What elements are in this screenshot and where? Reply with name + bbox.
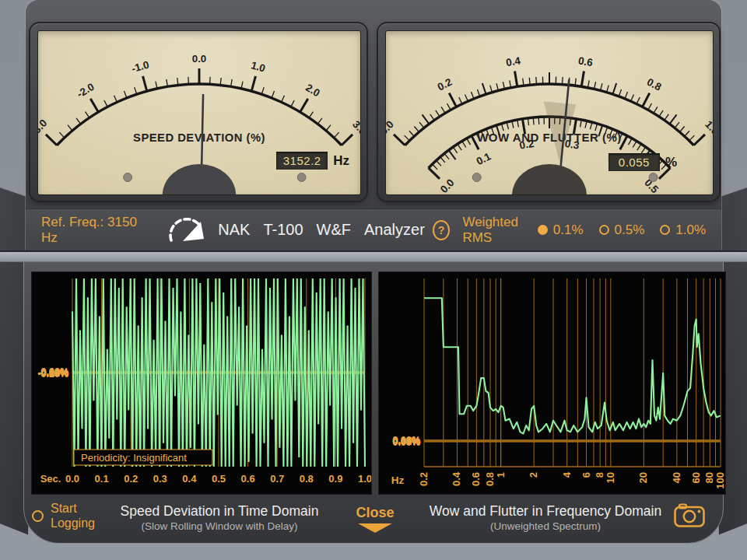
svg-text:0.6: 0.6 xyxy=(241,473,255,485)
freq-chart-caption: Wow and Flutter in Frequency Domain (Unw… xyxy=(421,503,670,532)
range-option-label: 1.0% xyxy=(675,222,706,238)
range-option-1.0[interactable]: 1.0% xyxy=(660,222,706,238)
svg-text:0.1: 0.1 xyxy=(475,150,493,167)
meter-logo-icon xyxy=(167,215,209,246)
freq-chart-subtitle: (Unweighted Spectrum) xyxy=(421,520,670,532)
svg-text:6: 6 xyxy=(580,472,592,478)
brand-token: Analyzer xyxy=(364,221,425,239)
frequency-readout-unit: Hz xyxy=(333,153,349,169)
meter-needle xyxy=(538,77,579,169)
radio-icon[interactable] xyxy=(32,510,44,522)
camera-icon xyxy=(673,502,706,528)
svg-text:SPEED DEVIATION (%): SPEED DEVIATION (%) xyxy=(133,131,265,144)
svg-text:40: 40 xyxy=(671,472,682,483)
range-option-0.5[interactable]: 0.5% xyxy=(599,222,645,238)
svg-text:2.0: 2.0 xyxy=(303,82,322,100)
svg-text:Sec.: Sec. xyxy=(40,473,61,485)
svg-text:Hz: Hz xyxy=(391,474,405,486)
wow-flutter-readout: 0.055 % xyxy=(608,153,677,171)
control-bar: Ref. Freq.: 3150 Hz NAK T-100 W&F Analyz… xyxy=(26,208,721,250)
svg-text:WOW AND FLUTTER (%): WOW AND FLUTTER (%) xyxy=(477,131,622,144)
wow-flutter-meter-face: 0.00.20.40.60.81.00.00.10.20.30.40.5WOW … xyxy=(385,30,714,195)
wow-flutter-meter: 0.00.20.40.60.81.00.00.10.20.30.40.5WOW … xyxy=(378,23,719,201)
frequency-domain-chart: 0.10%0.09%0.08%0.07%0.06%0.05%0.04%0.03%… xyxy=(378,271,726,495)
svg-text:0.0: 0.0 xyxy=(192,53,206,65)
time-chart-subtitle: (Slow Rolling Window with Delay) xyxy=(95,520,344,532)
svg-text:0.8: 0.8 xyxy=(645,76,664,93)
weighting-label: Weighted RMS xyxy=(462,215,537,246)
svg-text:0.0: 0.0 xyxy=(65,473,79,485)
meter-panel: -3.0-2.0-1.00.01.02.03.0SPEED DEVIATION … xyxy=(26,0,721,250)
svg-text:0.4: 0.4 xyxy=(451,471,462,486)
svg-text:-2.0: -2.0 xyxy=(75,81,96,100)
speed-deviation-meter-scale: -3.0-2.0-1.00.01.02.03.0SPEED DEVIATION … xyxy=(38,31,360,194)
svg-text:2: 2 xyxy=(528,472,539,478)
wow-flutter-readout-value: 0.055 xyxy=(608,153,660,171)
range-option-label: 0.1% xyxy=(553,222,584,238)
start-logging-line1: Start xyxy=(51,502,77,515)
svg-text:Periodicity: Insignificant: Periodicity: Insignificant xyxy=(81,452,187,464)
speed-deviation-meter: -3.0-2.0-1.00.01.02.03.0SPEED DEVIATION … xyxy=(30,23,366,201)
svg-text:0.6: 0.6 xyxy=(470,472,482,486)
wow-flutter-readout-unit: % xyxy=(665,155,677,170)
brand-token: W&F xyxy=(317,221,351,239)
svg-text:0.2: 0.2 xyxy=(124,473,138,485)
time-chart-title: Speed Deviation in Time Domain xyxy=(95,503,344,520)
time-chart-caption: Speed Deviation in Time Domain (Slow Rol… xyxy=(95,503,344,532)
panel-divider xyxy=(0,250,747,262)
range-option-0.1[interactable]: 0.1% xyxy=(538,222,584,238)
svg-text:0.4: 0.4 xyxy=(505,54,521,68)
speed-deviation-meter-face: -3.0-2.0-1.00.01.02.03.0SPEED DEVIATION … xyxy=(37,30,361,195)
svg-text:0.9: 0.9 xyxy=(328,473,342,485)
svg-text:0.6: 0.6 xyxy=(577,54,594,68)
svg-text:0.1: 0.1 xyxy=(95,473,109,485)
screenshot-button[interactable] xyxy=(673,502,706,531)
start-logging-toggle[interactable]: Start Logging xyxy=(32,501,95,530)
chart-panel: 0.20%0.16%0.12%0.08%0.04%0.00%-0.04%-0.0… xyxy=(23,262,724,544)
radio-icon[interactable] xyxy=(538,225,548,235)
brand-token: NAK xyxy=(218,221,250,239)
svg-text:0.3: 0.3 xyxy=(153,473,167,485)
svg-text:0.2: 0.2 xyxy=(418,472,430,486)
svg-text:4: 4 xyxy=(561,471,573,478)
time-domain-plot: 0.20%0.16%0.12%0.08%0.04%0.00%-0.04%-0.0… xyxy=(32,272,371,494)
freq-chart-title: Wow and Flutter in Frequency Domain xyxy=(421,503,670,520)
svg-text:1: 1 xyxy=(495,472,507,478)
frequency-readout-value: 3152.2 xyxy=(276,152,328,170)
svg-text:20: 20 xyxy=(637,472,649,483)
start-logging-label: Start Logging xyxy=(51,501,95,530)
svg-text:0.2: 0.2 xyxy=(436,76,454,93)
svg-text:0.8: 0.8 xyxy=(300,473,314,485)
close-button[interactable]: Close xyxy=(344,505,406,533)
svg-text:-0.20%: -0.20% xyxy=(37,369,68,380)
ref-freq-label: Ref. Freq.: 3150 Hz xyxy=(41,215,139,246)
range-option-label: 0.5% xyxy=(615,222,645,238)
svg-text:-1.0: -1.0 xyxy=(130,58,150,75)
svg-text:0.00%: 0.00% xyxy=(393,437,420,448)
svg-text:100: 100 xyxy=(714,472,725,489)
svg-text:1.0: 1.0 xyxy=(250,59,267,75)
svg-text:0.0: 0.0 xyxy=(438,177,457,194)
svg-text:0.4: 0.4 xyxy=(182,473,197,485)
time-domain-chart: 0.20%0.16%0.12%0.08%0.04%0.00%-0.04%-0.0… xyxy=(31,271,372,495)
brand-token: T-100 xyxy=(263,221,303,239)
svg-text:0.7: 0.7 xyxy=(270,473,284,485)
svg-text:60: 60 xyxy=(690,472,702,483)
close-label: Close xyxy=(344,505,406,521)
start-logging-line2: Logging xyxy=(51,516,95,530)
svg-text:10: 10 xyxy=(605,472,616,483)
frequency-domain-plot: 0.10%0.09%0.08%0.07%0.06%0.05%0.04%0.03%… xyxy=(379,272,725,494)
frequency-readout: 3152.2 Hz xyxy=(276,152,349,170)
range-selector: 0.1% 0.5% 1.0% xyxy=(538,222,706,238)
meter-needle xyxy=(202,94,203,167)
radio-icon[interactable] xyxy=(660,225,670,235)
brand-title: NAK T-100 W&F Analyzer xyxy=(218,221,425,239)
help-icon[interactable]: ? xyxy=(433,220,451,240)
svg-text:1.0: 1.0 xyxy=(358,473,371,485)
svg-text:0.5: 0.5 xyxy=(212,473,226,485)
radio-icon[interactable] xyxy=(599,225,609,235)
chevron-down-icon xyxy=(358,523,392,533)
